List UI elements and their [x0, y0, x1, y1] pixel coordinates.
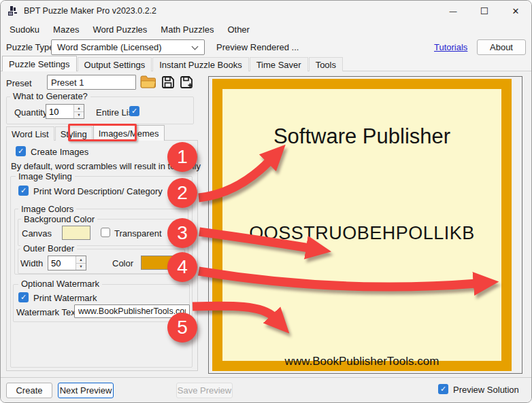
spin-up-icon: ▲	[77, 106, 80, 110]
width-input[interactable]	[48, 256, 76, 270]
check-icon: ✓	[20, 294, 27, 301]
transparent-checkbox[interactable]	[101, 228, 110, 237]
preview-solution-checkbox[interactable]: ✓	[438, 384, 448, 394]
check-icon: ✓	[440, 385, 446, 393]
create-button[interactable]: Create	[6, 383, 52, 398]
save-icon	[161, 75, 175, 89]
border-color-label: Color	[112, 258, 133, 268]
print-watermark-label: Print Watermark	[33, 293, 97, 303]
annotation-badge-4: 4	[167, 252, 197, 282]
main-tab-strip: Puzzle Settings Output Settings Instant …	[2, 57, 344, 71]
menu-other[interactable]: Other	[227, 24, 250, 35]
save-preset-button[interactable]	[159, 73, 177, 90]
annotation-badge-5: 5	[167, 313, 197, 343]
title-bar: BPT Puzzle Maker Pro v2023.0.2.2 — ☐ ✕	[1, 1, 531, 21]
minimize-button[interactable]: —	[437, 1, 469, 21]
app-icon	[7, 5, 18, 16]
check-icon: ✓	[18, 147, 24, 155]
save-preview-button[interactable]: Save Preview	[176, 383, 233, 398]
print-word-description-label: Print Word Description/ Category	[33, 186, 163, 196]
background-color-label: Background Color	[21, 214, 97, 224]
preview-solution-label: Preview Solution	[453, 385, 519, 395]
menu-mazes[interactable]: Mazes	[53, 24, 79, 35]
preview-rendered-label: Preview Rendered ...	[216, 42, 299, 52]
preview-scramble-text: OOSSTRUOBEHPOLLIKB	[222, 223, 501, 244]
width-down-button[interactable]: ▼	[76, 263, 86, 270]
outer-border-label: Outer Border	[20, 243, 77, 253]
close-button[interactable]: ✕	[500, 1, 531, 21]
menu-bar: Sudoku Mazes Word Puzzles Math Puzzles O…	[1, 21, 531, 38]
check-icon: ✓	[20, 187, 27, 194]
window-title: BPT Puzzle Maker Pro v2023.0.2.2	[24, 6, 156, 16]
quantity-label: Quantity	[14, 107, 47, 118]
preview-heading-text: Software Publisher	[222, 124, 501, 149]
puzzle-type-dropdown[interactable]: Word Scramble (Licensed)	[51, 39, 205, 55]
next-preview-button[interactable]: Next Preview	[58, 383, 114, 398]
close-icon: ✕	[512, 6, 520, 16]
quantity-down-button[interactable]: ▼	[74, 111, 84, 119]
menu-math-puzzles[interactable]: Math Puzzles	[161, 24, 214, 35]
quantity-input[interactable]	[46, 105, 73, 118]
spin-down-icon: ▼	[79, 264, 82, 268]
tab-instant-puzzle-books[interactable]: Instant Puzzle Books	[152, 57, 248, 71]
tab-word-list[interactable]: Word List	[6, 126, 54, 141]
tab-tools[interactable]: Tools	[309, 57, 343, 71]
app-window: BPT Puzzle Maker Pro v2023.0.2.2 — ☐ ✕ S…	[0, 0, 532, 403]
check-icon: ✓	[131, 107, 137, 115]
entire-list-checkbox[interactable]: ✓	[129, 106, 139, 116]
width-stepper: ▲ ▼	[48, 256, 86, 270]
maximize-button[interactable]: ☐	[469, 1, 500, 21]
print-word-description-checkbox[interactable]: ✓	[18, 186, 29, 196]
print-watermark-checkbox[interactable]: ✓	[18, 292, 29, 302]
folder-icon	[140, 75, 156, 88]
preset-label: Preset	[6, 78, 32, 88]
transparent-label: Transparent	[114, 228, 162, 239]
create-images-checkbox[interactable]: ✓	[16, 146, 26, 156]
save-plus-icon	[180, 75, 194, 89]
quantity-stepper: ▲ ▼	[46, 104, 84, 119]
preset-input[interactable]	[47, 75, 136, 90]
spin-down-icon: ▼	[77, 113, 80, 117]
minimize-icon: —	[450, 7, 457, 15]
spin-up-icon: ▲	[79, 258, 82, 262]
create-images-label: Create Images	[31, 147, 88, 157]
open-preset-button[interactable]	[138, 73, 158, 90]
menu-sudoku[interactable]: Sudoku	[10, 24, 39, 35]
image-colors-label: Image Colors	[18, 204, 76, 214]
canvas-label: Canvas	[22, 228, 52, 239]
preview-watermark-text: www.BookPublisherTools.com	[222, 355, 501, 368]
quantity-up-button[interactable]: ▲	[74, 105, 84, 111]
maximize-icon: ☐	[480, 5, 489, 16]
tab-output-settings[interactable]: Output Settings	[78, 57, 152, 71]
menu-word-puzzles[interactable]: Word Puzzles	[93, 24, 147, 35]
annotation-highlight-images-memes-tab	[68, 124, 137, 141]
canvas-color-swatch[interactable]	[62, 226, 90, 240]
width-up-button[interactable]: ▲	[76, 256, 86, 263]
preview-image-border: Software Publisher OOSSTRUOBEHPOLLIKB ww…	[212, 79, 512, 371]
tab-puzzle-settings[interactable]: Puzzle Settings	[2, 56, 77, 71]
save-preset-as-button[interactable]	[178, 73, 196, 90]
puzzle-type-label: Puzzle Type	[6, 42, 54, 52]
about-button[interactable]: About	[477, 39, 526, 55]
tutorials-link[interactable]: Tutorials	[434, 42, 467, 52]
optional-watermark-label: Optional Watermark	[18, 279, 102, 289]
width-label: Width	[20, 258, 43, 268]
what-to-generate-label: What to Generate?	[10, 91, 90, 101]
puzzle-type-value: Word Scramble (Licensed)	[57, 42, 162, 52]
preview-image-canvas: Software Publisher OOSSTRUOBEHPOLLIKB ww…	[222, 89, 501, 361]
image-styling-label: Image Styling	[16, 171, 75, 181]
tab-time-saver[interactable]: Time Saver	[250, 57, 308, 71]
annotation-badge-2: 2	[167, 178, 197, 208]
annotation-badge-1: 1	[167, 142, 197, 172]
chevron-down-icon	[192, 43, 199, 50]
watermark-text-label: Watermark Text:	[16, 307, 80, 317]
annotation-badge-3: 3	[167, 218, 197, 248]
